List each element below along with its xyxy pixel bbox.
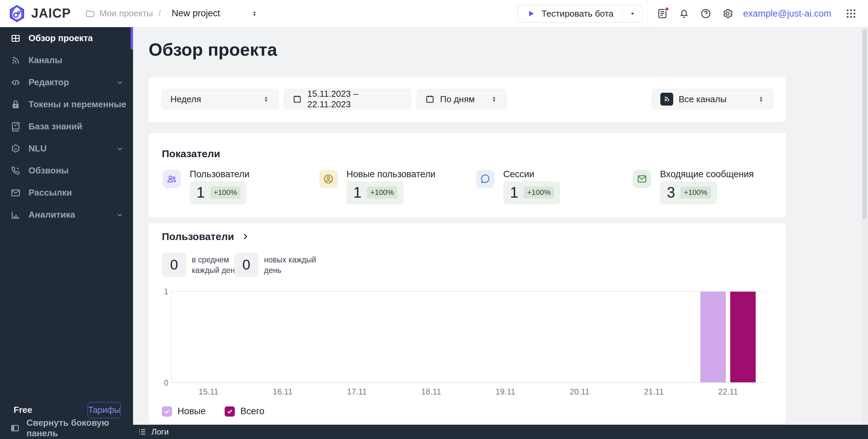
check-icon [226,408,233,415]
chart-x-label: 18.11 [394,387,468,397]
notification-dot [665,7,669,11]
gear-icon [722,8,733,19]
users-section-link[interactable]: Пользователи [162,231,250,242]
metric-value-box: 3 +100% [660,181,717,204]
logs-bar[interactable]: Логи [133,425,868,439]
date-range-picker[interactable]: 15.11.2023 – 22.11.2023 [284,89,411,109]
sidebar-item-tokens[interactable]: Токены и переменные [0,93,133,115]
apps-grid-button[interactable] [840,3,862,24]
changelog-button[interactable] [652,3,673,24]
grouping-select[interactable]: По дням [417,89,506,109]
chart-plot [171,291,765,383]
code-icon [11,77,21,88]
metrics-title: Показатели [162,148,220,160]
user-circle-icon [319,170,338,188]
breadcrumb[interactable]: Мои проекты / [85,8,161,19]
bell-icon [678,8,690,19]
metric-value-box: 1 +100% [190,181,247,204]
main-content: Обзор проекта Неделя 15.11.2023 – 22.11.… [133,27,861,425]
test-bot-button[interactable]: Тестировать бота [517,5,642,22]
sort-caret-icon [251,10,258,17]
metric-incoming-messages: Входящие сообщения 3 +100% [633,169,779,203]
sidebar-item-analytics[interactable]: Аналитика [0,204,133,226]
chart-bar-group [172,292,246,382]
users-icon [163,170,181,188]
app-header: JAICP Мои проекты / New project [0,0,868,27]
metric-users: Пользователи 1 +100% [163,169,308,203]
scrollbar-thumb[interactable] [863,29,867,219]
chart-x-labels: 15.1116.1117.1118.1119.1120.1121.1122.11 [171,387,765,397]
metric-label: Входящие сообщения [660,169,754,180]
metric-value: 1 [196,184,205,201]
legend-checkbox-new[interactable] [162,406,172,417]
breadcrumb-separator: / [158,8,161,19]
chart-bar-Новые [700,292,726,382]
logo-text: JAICP [31,6,71,21]
analytics-icon [11,210,21,220]
channels-rss-icon [11,55,21,66]
chart-bar-group [246,292,320,382]
phone-icon [11,166,21,176]
test-bot-dropdown[interactable] [622,5,642,22]
project-select[interactable]: New project [172,8,258,19]
sidebar-item-label: Редактор [29,77,69,88]
calendar-icon [293,94,302,104]
check-icon [164,408,170,415]
metric-delta-badge: +100% [524,186,554,199]
sidebar-item-campaigns[interactable]: Рассылки [0,182,133,204]
chart-x-label: 17.11 [320,387,394,397]
legend-label: Всего [240,406,264,417]
metric-value-box: 1 +100% [503,181,560,204]
legend-item-new: Новые [162,406,206,417]
sidebar-item-project-overview[interactable]: Обзор проекта [0,27,133,49]
sidebar-item-label: Каналы [29,55,62,66]
chart-bar-group [320,292,394,382]
period-value: Неделя [170,94,201,105]
period-select[interactable]: Неделя [162,89,278,109]
y-axis-tick-1: 1 [155,287,168,296]
knowledge-book-icon [11,122,21,132]
stat-label: новых каждый день [264,253,328,277]
chart-bar-group [394,292,469,382]
metric-value: 1 [510,184,518,201]
app-logo: JAICP [0,4,71,23]
chart-x-label: 16.11 [246,387,320,397]
metric-delta-badge: +100% [210,186,240,199]
header-divider [648,0,648,27]
chevron-down-icon [115,144,124,153]
scrollbar-track[interactable] [861,28,868,425]
sidebar-item-editor[interactable]: Редактор [0,71,133,93]
sidebar-item-label: Токены и переменные [29,99,126,110]
notifications-button[interactable] [673,3,695,24]
legend-label: Новые [177,406,206,417]
calendar-icon [425,94,435,104]
account-email-link[interactable]: example@just-ai.com [743,8,831,19]
breadcrumb-label: Мои проекты [99,8,153,19]
envelope-icon [11,188,21,198]
sidebar-item-knowledge-base[interactable]: База знаний [0,115,133,138]
chart-bar-Всего [730,292,756,382]
metric-value: 1 [353,184,361,201]
chat-bubble-icon [476,170,494,188]
help-icon [700,8,712,19]
legend-item-total: Всего [225,406,264,417]
sidebar-item-channels[interactable]: Каналы [0,49,133,71]
filters-card: Неделя 15.11.2023 – 22.11.2023 По дням [149,77,786,122]
sidebar-item-calls[interactable]: Обзвоны [0,160,133,182]
sidebar-item-label: Обзвоны [29,165,69,176]
y-axis-tick-0: 0 [155,379,168,388]
sidebar-item-nlu[interactable]: NLU [0,138,133,160]
test-bot-button-main[interactable]: Тестировать бота [518,5,622,22]
chart-x-label: 20.11 [543,387,617,397]
chart-legend: Новые Всего [162,406,264,417]
metric-delta-badge: +100% [367,186,397,199]
plans-button[interactable]: Тарифы [88,402,121,418]
channels-select[interactable]: Все каналы [652,89,773,109]
caret-down-icon [629,10,636,17]
legend-checkbox-total[interactable] [225,406,235,417]
help-button[interactable] [695,3,717,24]
grid-9-icon [845,8,857,19]
settings-button[interactable] [717,3,738,24]
stat-new-per-day: 0 новых каждый день [234,253,328,277]
collapse-sidebar-button[interactable]: Свернуть боковую панель [0,420,133,436]
